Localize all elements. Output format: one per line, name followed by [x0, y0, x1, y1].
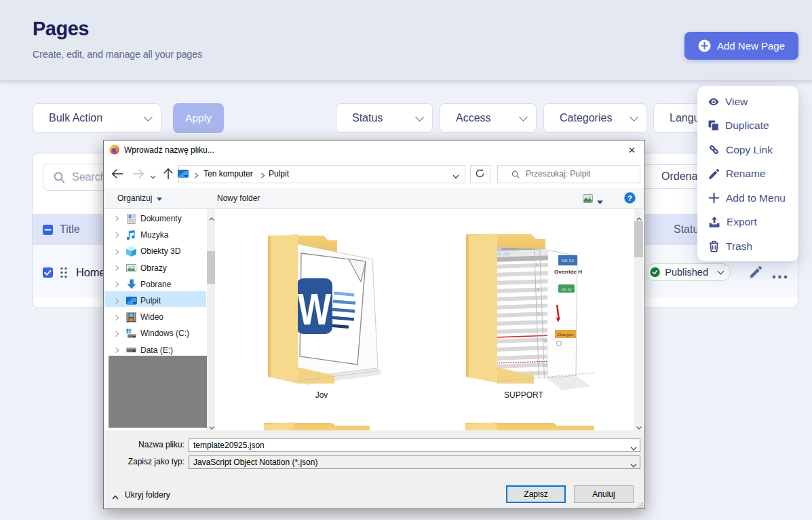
- svg-text:W: W: [298, 285, 331, 334]
- svg-text:Changes: Changes: [557, 333, 573, 337]
- svg-text:1: 1: [538, 312, 540, 316]
- svg-text:1: 1: [536, 263, 538, 267]
- svg-text:Go to: Go to: [562, 287, 572, 291]
- svg-text:2: 2: [537, 287, 539, 291]
- svg-text:?: ?: [627, 194, 632, 202]
- svg-text:MS CA: MS CA: [561, 259, 574, 263]
- svg-text:Override H: Override H: [554, 269, 582, 275]
